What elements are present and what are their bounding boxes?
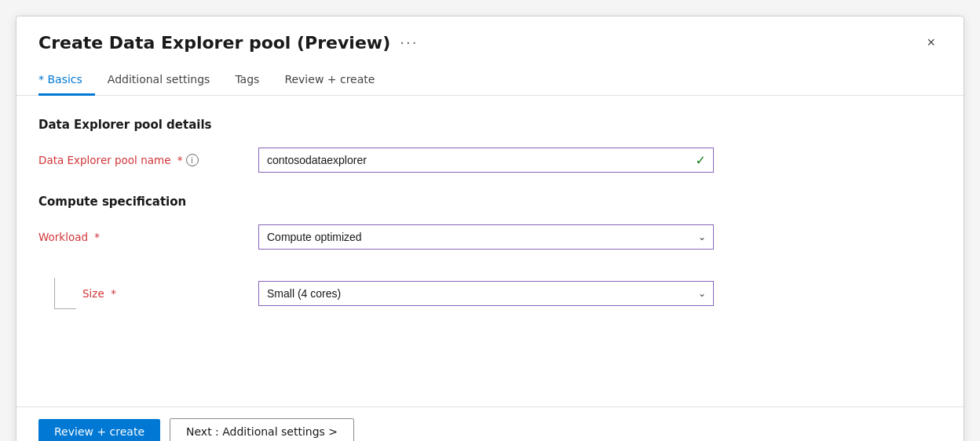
pool-name-info-icon[interactable]: i — [186, 154, 199, 166]
pool-name-group: Data Explorer pool name * i ✓ — [38, 148, 942, 173]
tab-review-create[interactable]: Review + create — [272, 65, 387, 96]
dialog-header: Create Data Explorer pool (Preview) ··· … — [16, 16, 964, 65]
close-button[interactable]: × — [920, 32, 942, 53]
tab-basics[interactable]: * Basics — [38, 65, 95, 96]
create-dialog: Create Data Explorer pool (Preview) ··· … — [16, 16, 964, 441]
form-content: Data Explorer pool details Data Explorer… — [16, 96, 964, 406]
compute-spec-section: Compute specification Workload * Compute… — [38, 195, 942, 309]
dialog-footer: Review + create Next : Additional settin… — [16, 406, 964, 441]
size-select-container: Extra small (2 cores) Small (4 cores) Me… — [258, 281, 714, 306]
workload-select-wrapper: Compute optimized Storage optimized ⌄ — [258, 224, 714, 250]
size-bracket-icon — [54, 278, 76, 309]
size-group: Size * Extra small (2 cores) Small (4 co… — [38, 278, 942, 309]
size-select-wrapper: Extra small (2 cores) Small (4 cores) Me… — [258, 281, 714, 306]
pool-name-input-container: ✓ — [258, 148, 714, 173]
workload-select[interactable]: Compute optimized Storage optimized — [258, 224, 714, 250]
workload-label: Workload * — [38, 231, 258, 243]
title-row: Create Data Explorer pool (Preview) ··· — [38, 33, 418, 53]
workload-size-group: Workload * Compute optimized Storage opt… — [38, 224, 942, 309]
size-select[interactable]: Extra small (2 cores) Small (4 cores) Me… — [258, 281, 714, 306]
checkmark-icon: ✓ — [696, 153, 706, 168]
size-indent: Size * — [38, 278, 258, 309]
workload-select-container: Compute optimized Storage optimized ⌄ — [258, 224, 714, 250]
tab-additional-settings[interactable]: Additional settings — [95, 65, 223, 96]
review-create-button[interactable]: Review + create — [38, 419, 160, 441]
next-button[interactable]: Next : Additional settings > — [170, 418, 354, 441]
pool-name-label: Data Explorer pool name * i — [38, 154, 258, 166]
more-options-icon[interactable]: ··· — [400, 35, 418, 51]
workload-group: Workload * Compute optimized Storage opt… — [38, 224, 942, 250]
pool-name-input-wrapper: ✓ — [258, 148, 714, 173]
pool-details-title: Data Explorer pool details — [38, 118, 942, 132]
tab-tags[interactable]: Tags — [222, 65, 272, 96]
pool-details-section: Data Explorer pool details Data Explorer… — [38, 118, 942, 173]
tab-bar: * Basics Additional settings Tags Review… — [16, 65, 964, 96]
pool-name-input[interactable] — [258, 148, 714, 173]
compute-spec-title: Compute specification — [38, 195, 942, 209]
dialog-title: Create Data Explorer pool (Preview) — [38, 33, 390, 53]
